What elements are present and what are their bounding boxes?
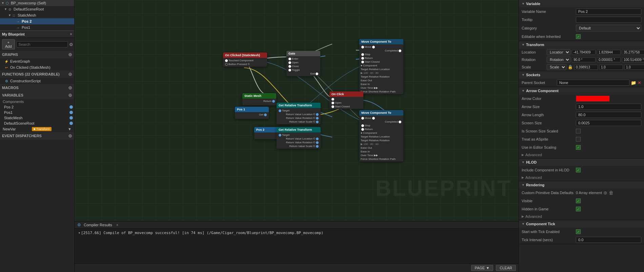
section-macros[interactable]: MACROS ⊕: [0, 84, 74, 91]
add-button[interactable]: + Add: [2, 39, 15, 49]
construction-script-item[interactable]: ⚙ ConstructionScript: [0, 78, 74, 84]
tick-interval-input[interactable]: [576, 237, 641, 243]
arrow-length-input[interactable]: [576, 112, 641, 118]
hidden-in-game-checkbox[interactable]: [576, 207, 581, 211]
tree-item-bp-movecomp[interactable]: ▼ ⬡ BP_movecomp (Self): [0, 0, 74, 6]
construction-script-label: ConstructionScript: [10, 79, 41, 83]
section-dispatchers[interactable]: EVENT DISPATCHERS ⊕: [0, 132, 74, 140]
section-graphs[interactable]: GRAPHS ⊕: [0, 51, 74, 58]
rendering-section-header[interactable]: ▼ Rendering: [519, 181, 644, 189]
tree-label-staticmesh: StaticMesh: [18, 13, 36, 17]
var-defaultsceneroot[interactable]: DefaultSceneRoot: [0, 121, 74, 126]
scale-y-input[interactable]: [599, 65, 623, 70]
start-tick-label: Start with Tick Enabled: [522, 230, 576, 234]
tree-item-staticmesh[interactable]: ▼ □ StaticMesh: [0, 12, 74, 18]
custom-primitive-add-icon[interactable]: ⊕: [603, 190, 607, 195]
section-variables[interactable]: VARIABLES ⊕: [0, 91, 74, 99]
location-select[interactable]: Location: [547, 49, 570, 55]
newvar-expand-icon[interactable]: ▼: [68, 127, 72, 131]
dispatchers-add-btn[interactable]: ⊕: [68, 133, 72, 139]
tree-item-pos2[interactable]: → Pos 2: [0, 18, 74, 24]
arrow-size-input[interactable]: [576, 104, 641, 110]
bp-search-row: + Add ⚙: [0, 38, 74, 51]
hlod-include-checkbox[interactable]: [576, 168, 581, 172]
scale-lock-icon[interactable]: 🔒: [568, 65, 573, 69]
node-on-clicked[interactable]: On Clicked (StaticMesh) Touched Componen…: [223, 53, 267, 67]
rotation-select[interactable]: Rotation: [547, 57, 570, 63]
screen-size-scaled-checkbox[interactable]: [576, 129, 581, 133]
node-move-comp-1[interactable]: Move Component To Move Completed Stop Re…: [359, 39, 403, 94]
arrow-component-section-header[interactable]: ▼ Arrow Component: [519, 87, 644, 95]
loc-x-input[interactable]: [572, 50, 596, 55]
variable-name-input[interactable]: [576, 8, 641, 15]
node-pos1[interactable]: Pos 1 Get: [235, 107, 269, 119]
editable-checkbox[interactable]: [576, 34, 581, 39]
functions-add-btn[interactable]: ⊕: [68, 71, 72, 77]
event-graph-item[interactable]: ⚡ EventGraph: [0, 58, 74, 64]
location-label: Location: [522, 50, 545, 54]
on-clicked-item[interactable]: ↩ On Clicked (StaticMesh): [0, 64, 74, 70]
node-static-mesh[interactable]: Static Mesh Return: [242, 93, 276, 105]
page-button[interactable]: PAGE ▼: [471, 265, 494, 271]
use-editor-scaling-checkbox[interactable]: [576, 145, 581, 150]
scale-select[interactable]: Scale: [547, 64, 566, 70]
rot-x-input[interactable]: [572, 57, 596, 62]
variable-name-value-wrapper: [576, 8, 641, 15]
clear-button[interactable]: CLEAR: [496, 265, 516, 271]
compiler-close-btn[interactable]: ×: [116, 223, 118, 227]
arrow-color-swatch[interactable]: [576, 96, 610, 102]
loc-y-input[interactable]: [597, 50, 621, 55]
parent-socket-row: Parent Socket 📁 ✕: [519, 79, 644, 87]
custom-primitive-del-icon[interactable]: 🗑: [609, 190, 613, 195]
treat-asprite-checkbox[interactable]: [576, 137, 581, 142]
scale-z-input[interactable]: [624, 65, 644, 70]
arrow-size-value: [576, 104, 641, 110]
var-pos1[interactable]: Pos1: [0, 110, 74, 115]
parent-socket-input[interactable]: [557, 80, 629, 86]
node-get-relative-1[interactable]: Get Relative Transform Target Return Val…: [277, 103, 321, 124]
rot-z-input[interactable]: [622, 57, 644, 62]
search-input[interactable]: [16, 41, 68, 47]
compiler-message-row: • [2517.66] Compile of BP_movecomp succe…: [79, 231, 515, 235]
sockets-section-header[interactable]: ▼ Sockets: [519, 71, 644, 79]
gear-icon[interactable]: ⚙: [69, 42, 73, 47]
section-functions[interactable]: FUNCTIONS (22 OVERRIDABLE) ⊕: [0, 70, 74, 78]
loc-z-input[interactable]: [622, 50, 644, 55]
blueprint-canvas[interactable]: On Clicked (StaticMesh) Touched Componen…: [75, 0, 519, 221]
node-get-relative-2[interactable]: Get Relative Transform Target Return Val…: [277, 127, 321, 149]
transform-section-header[interactable]: ▼ Transform: [519, 41, 644, 48]
arrow-length-label: Arrow Length: [522, 113, 576, 117]
rendering-section-title: Rendering: [526, 183, 544, 187]
hlod-advanced-row[interactable]: ▶ Advanced: [519, 174, 644, 181]
tree-item-defaultsceneroot[interactable]: ▼ ⊙ DefaultSceneRoot: [0, 6, 74, 12]
category-select[interactable]: Default: [576, 25, 641, 32]
node-gate[interactable]: Gate Enter Open Close Toggle Exit: [286, 51, 320, 76]
start-tick-checkbox[interactable]: [576, 229, 581, 234]
arrow-advanced-row[interactable]: ▶ Advanced: [519, 151, 644, 158]
screen-size-input[interactable]: [576, 120, 641, 126]
event-graph-icon: ⚡: [4, 59, 9, 64]
node-on-click-2[interactable]: On Click Open Start Closed: [329, 91, 363, 109]
graphs-add-btn[interactable]: ⊕: [68, 52, 72, 57]
my-blueprint-close-btn[interactable]: ×: [70, 32, 72, 37]
var-pos1-label: Pos1: [4, 110, 13, 114]
variables-add-btn[interactable]: ⊕: [68, 92, 72, 98]
socket-clear-icon[interactable]: ✕: [638, 80, 641, 85]
variable-section-title: Variable: [526, 2, 540, 6]
newvar-item[interactable]: NewVar ■ Transform ▼: [0, 126, 74, 132]
variable-section-header[interactable]: ▼ Variable: [519, 0, 644, 7]
editable-row: Editable when Inherited: [519, 33, 644, 41]
socket-browse-icon[interactable]: 📁: [631, 80, 636, 85]
tooltip-input[interactable]: [576, 17, 641, 23]
rot-y-input[interactable]: [597, 57, 621, 62]
macros-add-btn[interactable]: ⊕: [68, 85, 72, 90]
scale-x-input[interactable]: [574, 65, 598, 70]
var-pos2[interactable]: Pos 2: [0, 104, 74, 110]
tree-item-pos1[interactable]: → Pos1: [0, 24, 74, 30]
visible-checkbox[interactable]: [576, 198, 581, 203]
var-staticmesh[interactable]: StaticMesh: [0, 115, 74, 121]
component-tick-section-header[interactable]: ▼ Component Tick: [519, 220, 644, 228]
rendering-advanced-row[interactable]: ▶ Advanced: [519, 213, 644, 220]
hlod-section-header[interactable]: ▼ HLOD: [519, 159, 644, 166]
node-move-comp-2[interactable]: Move Component To Move Completed Stop Re…: [359, 110, 403, 162]
